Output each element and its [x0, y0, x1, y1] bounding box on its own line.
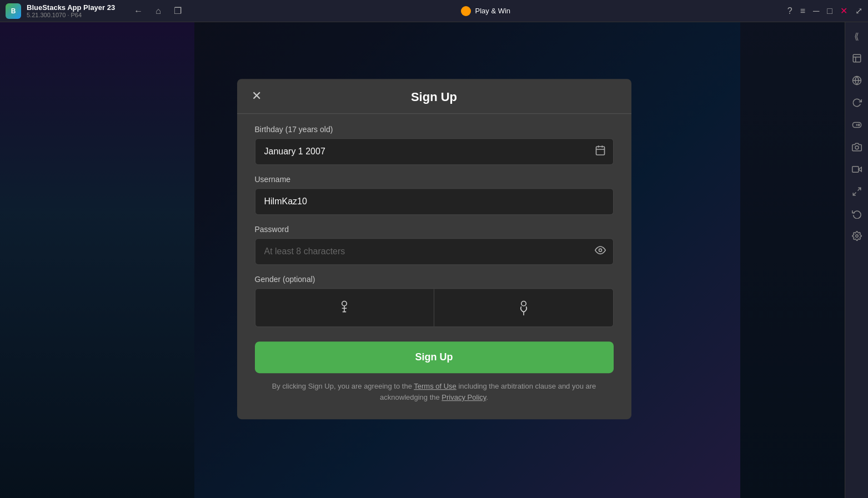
right-sidebar: ⟪ — [845, 22, 868, 498]
duplicate-button[interactable]: ❐ — [172, 3, 184, 18]
password-input[interactable] — [255, 238, 614, 265]
privacy-policy-link[interactable]: Privacy Policy — [441, 394, 486, 402]
svg-marker-11 — [859, 167, 861, 172]
maximize-button[interactable]: □ — [827, 6, 832, 16]
title-bar-center: Play & Win — [461, 6, 511, 16]
back-button[interactable]: ← — [132, 4, 145, 18]
gender-male-button[interactable] — [255, 289, 435, 326]
password-label: Password — [255, 225, 614, 234]
svg-point-10 — [855, 146, 859, 149]
sidebar-video-icon[interactable] — [847, 160, 866, 179]
menu-button[interactable]: ≡ — [800, 6, 805, 16]
gender-row — [255, 288, 614, 327]
birthday-group: Birthday (17 years old) — [255, 125, 614, 165]
svg-point-9 — [859, 125, 860, 126]
app-info: BlueStacks App Player 23 5.21.300.1070 ·… — [27, 3, 115, 18]
birthday-input-wrapper — [255, 138, 614, 165]
app-version: 5.21.300.1070 · P64 — [27, 12, 115, 18]
password-input-wrapper — [255, 238, 614, 265]
modal-body: Birthday (17 years old) Username Passwor… — [237, 114, 631, 420]
gender-label: Gender (optional) — [255, 275, 614, 284]
svg-line-13 — [857, 188, 860, 190]
birthday-label: Birthday (17 years old) — [255, 125, 614, 134]
signup-modal: ✕ Sign Up Birthday (17 years old) Userna… — [237, 79, 631, 420]
sidebar-sync-icon[interactable] — [847, 93, 866, 112]
terms-of-use-link[interactable]: Terms of Use — [414, 382, 456, 390]
bluestacks-logo: B — [6, 3, 21, 19]
username-input[interactable] — [255, 188, 614, 215]
username-group: Username — [255, 175, 614, 215]
expand-button[interactable]: ⤢ — [855, 6, 862, 16]
sidebar-expand-icon[interactable]: ⟪ — [847, 27, 866, 46]
close-window-button[interactable]: ✕ — [840, 6, 847, 16]
birthday-input[interactable] — [255, 138, 614, 165]
title-bar-left: B BlueStacks App Player 23 5.21.300.1070… — [6, 3, 184, 19]
sidebar-globe-icon[interactable] — [847, 71, 866, 90]
sidebar-screenshot-icon[interactable] — [847, 138, 866, 157]
gender-group: Gender (optional) — [255, 275, 614, 327]
sidebar-refresh-icon[interactable] — [847, 204, 866, 223]
svg-rect-16 — [596, 147, 604, 155]
svg-line-14 — [853, 193, 856, 195]
terms-text: By clicking Sign Up, you are agreeing to… — [255, 381, 614, 404]
sidebar-settings-icon[interactable] — [847, 227, 866, 245]
help-button[interactable]: ? — [787, 6, 792, 16]
svg-point-25 — [521, 301, 526, 306]
sidebar-news-icon[interactable] — [847, 49, 866, 68]
calendar-icon[interactable] — [595, 144, 606, 158]
minimize-button[interactable]: ─ — [813, 6, 819, 16]
modal-header: ✕ Sign Up — [237, 79, 631, 114]
play-win-label: Play & Win — [475, 7, 511, 15]
password-group: Password — [255, 225, 614, 265]
play-win-badge — [461, 6, 471, 16]
app-name: BlueStacks App Player 23 — [27, 3, 115, 12]
svg-point-15 — [855, 235, 858, 238]
title-bar: B BlueStacks App Player 23 5.21.300.1070… — [0, 0, 868, 22]
title-bar-nav: ← ⌂ ❐ — [132, 3, 184, 18]
svg-rect-12 — [852, 167, 858, 173]
eye-icon[interactable] — [595, 244, 606, 258]
svg-point-21 — [342, 301, 347, 306]
sidebar-resize-icon[interactable] — [847, 182, 866, 201]
home-button[interactable]: ⌂ — [153, 4, 163, 18]
title-bar-right: ? ≡ ─ □ ✕ ⤢ — [787, 6, 862, 16]
modal-title: Sign Up — [411, 90, 457, 104]
gender-female-button[interactable] — [434, 289, 613, 326]
signup-button[interactable]: Sign Up — [255, 341, 614, 373]
svg-rect-0 — [853, 54, 861, 62]
username-label: Username — [255, 175, 614, 184]
svg-point-20 — [599, 249, 601, 251]
modal-close-button[interactable]: ✕ — [248, 88, 265, 104]
sidebar-gamepad-icon[interactable] — [847, 115, 866, 134]
